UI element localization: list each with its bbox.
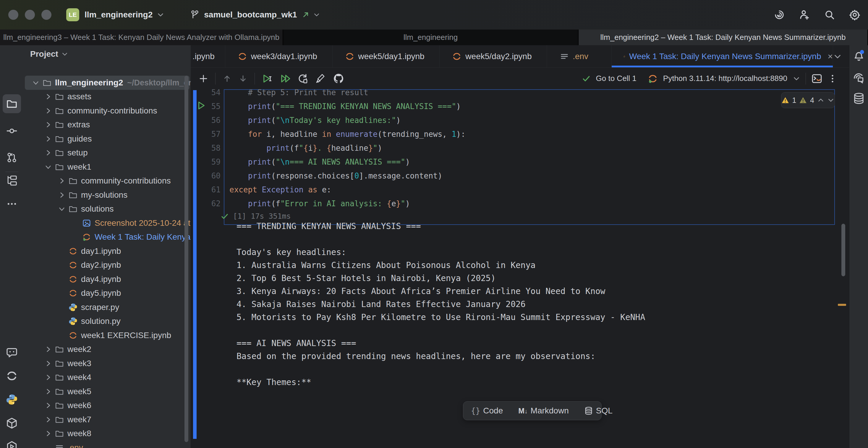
- tree-row[interactable]: llm_engineering2~/Desktop/llm_er: [25, 76, 189, 90]
- tree-row[interactable]: week2: [24, 343, 191, 357]
- markdown-cell-button[interactable]: M↓ Markdown: [510, 402, 577, 420]
- prev-problem-icon[interactable]: [817, 96, 825, 104]
- ai-chat-tool-icon[interactable]: [6, 347, 18, 358]
- editor-tab[interactable]: .env: [547, 45, 612, 67]
- project-widget[interactable]: llm_engineering2: [85, 10, 153, 20]
- add-cell-icon[interactable]: [199, 74, 208, 83]
- project-panel-header[interactable]: Project: [30, 50, 68, 59]
- tree-row[interactable]: week5: [24, 384, 191, 398]
- next-problem-icon[interactable]: [827, 96, 835, 104]
- tree-row[interactable]: scraper.py: [24, 300, 191, 314]
- clear-outputs-icon[interactable]: [315, 73, 326, 84]
- chevron-right-icon[interactable]: [44, 93, 52, 100]
- tree-row[interactable]: setup: [24, 146, 191, 160]
- inspections-widget[interactable]: 1 4: [781, 92, 835, 108]
- code-line[interactable]: except Exception as e:: [229, 183, 465, 197]
- tree-row[interactable]: Week 1 Task: Daily Kenyan News Summarize…: [24, 230, 191, 245]
- chevron-right-icon[interactable]: [58, 191, 66, 199]
- warning-stripe-mark[interactable]: [838, 304, 846, 306]
- chevron-right-icon[interactable]: [44, 374, 52, 381]
- more-tool-windows-icon[interactable]: [6, 199, 17, 209]
- settings-gear-icon[interactable]: [849, 9, 860, 21]
- pull-requests-tool-icon[interactable]: [6, 152, 18, 163]
- chevron-down-icon[interactable]: [313, 11, 320, 18]
- close-tab-icon[interactable]: ×: [828, 52, 833, 61]
- code-lines[interactable]: # Step 5: Print the result print("=== TR…: [229, 86, 465, 211]
- code-with-me-icon[interactable]: [799, 9, 810, 21]
- tree-row[interactable]: week1: [24, 160, 191, 174]
- window-tab[interactable]: llm_engineering: [283, 30, 579, 45]
- kebab-menu-icon[interactable]: [828, 74, 837, 83]
- jupyter-console-icon[interactable]: [811, 73, 823, 84]
- chevron-right-icon[interactable]: [44, 416, 52, 423]
- restart-kernel-icon[interactable]: [298, 73, 308, 84]
- notifications-bell-icon[interactable]: [852, 50, 865, 62]
- editor-tab[interactable]: week5/day2.ipynb: [440, 45, 547, 67]
- chevron-right-icon[interactable]: [58, 177, 66, 185]
- chevron-right-icon[interactable]: [44, 107, 52, 115]
- tree-row[interactable]: community-contributions: [24, 174, 191, 188]
- tree-row[interactable]: solutions: [24, 202, 191, 216]
- tree-row[interactable]: community-contributions: [24, 104, 191, 118]
- cell-output[interactable]: === TRENDING KENYAN NEWS ANALYSIS === To…: [237, 220, 645, 389]
- run-cell-select-below-icon[interactable]: [262, 73, 273, 84]
- editor-tab-partial[interactable]: .ipynb: [191, 45, 225, 67]
- editor-scrollbar-thumb[interactable]: [841, 224, 845, 276]
- chevron-right-icon[interactable]: [44, 430, 52, 437]
- minimize-window-icon[interactable]: [25, 10, 35, 20]
- chevron-down-icon[interactable]: [793, 75, 800, 83]
- chevron-right-icon[interactable]: [44, 135, 52, 143]
- branch-widget[interactable]: samuel_bootcamp_wk1: [204, 10, 297, 20]
- chevron-down-icon[interactable]: [157, 11, 164, 19]
- chevron-right-icon[interactable]: [44, 121, 52, 129]
- tree-row[interactable]: week1 EXERCISE.ipynb: [24, 328, 191, 343]
- tree-row[interactable]: my-solutions: [24, 188, 191, 202]
- chevron-down-icon[interactable]: [58, 205, 66, 213]
- code-line[interactable]: print("=== TRENDING KENYAN NEWS ANALYSIS…: [229, 100, 465, 114]
- code-line[interactable]: print(f"{i}. {headline}"): [229, 141, 465, 155]
- tree-row[interactable]: guides: [24, 132, 191, 146]
- code-line[interactable]: for i, headline in enumerate(trending_ne…: [229, 127, 465, 141]
- tab-list-chevron-icon[interactable]: [833, 52, 842, 61]
- tree-row[interactable]: week4: [24, 371, 191, 385]
- jupyter-tool-icon[interactable]: [6, 370, 18, 382]
- run-all-cells-icon[interactable]: [280, 73, 290, 84]
- code-cell-button[interactable]: {} Code: [463, 402, 510, 420]
- chevron-down-icon[interactable]: [32, 79, 40, 87]
- chevron-right-icon[interactable]: [44, 149, 52, 157]
- close-window-icon[interactable]: [8, 10, 18, 20]
- code-line[interactable]: print("\n=== AI NEWS ANALYSIS ==="): [229, 155, 465, 169]
- project-badge[interactable]: LE: [66, 8, 79, 21]
- move-cell-up-icon[interactable]: [223, 74, 231, 83]
- editor-tab-active[interactable]: Week 1 Task: Daily Kenyan News Summarize…: [612, 45, 833, 67]
- run-line-icon[interactable]: [196, 100, 206, 110]
- structure-tool-icon[interactable]: [6, 175, 18, 186]
- ai-chat-icon[interactable]: [852, 71, 865, 84]
- window-controls[interactable]: [8, 10, 58, 20]
- database-tool-icon[interactable]: [852, 92, 865, 105]
- tree-row[interactable]: .env: [24, 441, 191, 448]
- tree-row[interactable]: day2.ipynb: [24, 258, 191, 273]
- github-icon[interactable]: [333, 73, 344, 84]
- search-icon[interactable]: [824, 9, 835, 20]
- chevron-right-icon[interactable]: [44, 402, 52, 409]
- kernel-selector[interactable]: Python 3.11.14: http://localhost:8890: [663, 74, 787, 83]
- project-tool-icon[interactable]: [6, 98, 18, 109]
- chevron-right-icon[interactable]: [44, 360, 52, 367]
- tree-row[interactable]: assets: [24, 90, 191, 104]
- tree-row[interactable]: week6: [24, 398, 191, 413]
- python-tool-icon[interactable]: [6, 394, 18, 406]
- editor-tab[interactable]: week3/day1.ipynb: [225, 45, 333, 67]
- tree-row[interactable]: week7: [24, 413, 191, 427]
- python-packages-tool-icon[interactable]: [6, 417, 18, 429]
- commit-tool-icon[interactable]: [6, 125, 18, 136]
- ai-assistant-icon[interactable]: [774, 9, 785, 20]
- tree-row[interactable]: day4.ipynb: [24, 272, 191, 286]
- code-line[interactable]: print(response.choices[0].message.conten…: [229, 169, 465, 183]
- zoom-window-icon[interactable]: [41, 10, 52, 20]
- tree-row[interactable]: week3: [24, 356, 191, 371]
- push-arrow-icon[interactable]: [302, 11, 310, 19]
- window-tab-active[interactable]: llm_engineering2 – Week 1 Task: Daily Ke…: [579, 30, 868, 45]
- services-tool-icon[interactable]: [6, 441, 18, 448]
- tree-row[interactable]: Screenshot 2025-10-24 at: [24, 216, 191, 230]
